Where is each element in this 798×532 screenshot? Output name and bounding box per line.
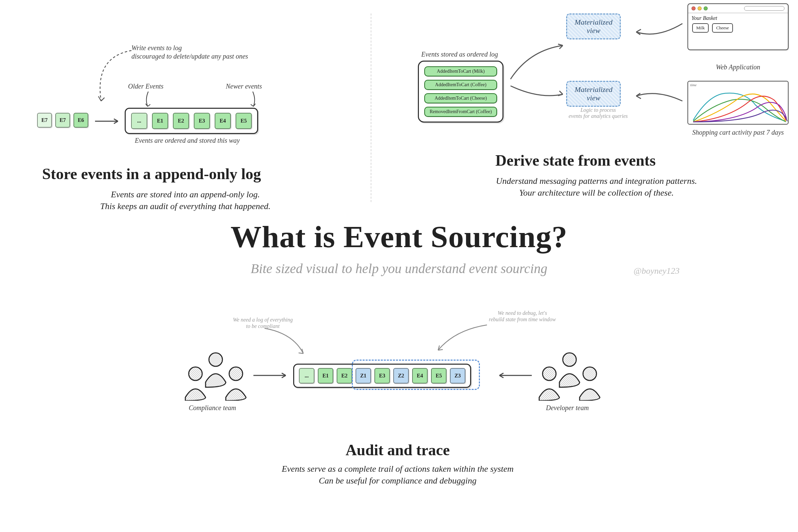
basket-item: Milk [692, 23, 709, 33]
browser-url-bar [744, 6, 784, 11]
svg-point-4 [543, 367, 556, 380]
chart-axis-label: time [690, 83, 696, 87]
line-chart: time [687, 81, 788, 125]
newer-events-label: Newer events [226, 82, 262, 90]
developer-note-line2: rebuild state from time window [472, 316, 573, 323]
event-item: AddedItemToCart (Milk) [424, 66, 497, 76]
section3-desc-line1: Events serve as a complete trail of acti… [229, 463, 566, 475]
events-log-caption: Events stored as ordered log [421, 51, 498, 58]
compliance-label: Compliance team [189, 404, 236, 412]
main-title: What is Event Sourcing? [0, 219, 798, 254]
compliance-note-line1: We need a log of everything [219, 317, 307, 323]
basket-item: Cheese [712, 23, 733, 33]
section2-desc-line1: Understand messaging patterns and integr… [455, 175, 738, 187]
matview-label: Materialized [575, 85, 612, 94]
web-app-label: Web Application [708, 63, 768, 71]
incoming-event: E6 [73, 113, 88, 128]
arrow-older [142, 91, 155, 108]
svg-point-1 [189, 367, 202, 380]
svg-point-3 [563, 353, 576, 366]
svg-point-5 [583, 367, 597, 380]
incoming-event: E7 [55, 113, 70, 128]
section2-desc-line2: Your architecture will be collection of … [455, 187, 738, 199]
svg-point-2 [229, 367, 243, 380]
analytics-note: Logic to process events for analytics qu… [564, 107, 632, 119]
event-item: AddedItemToCart (Coffee) [424, 80, 497, 90]
basket-title: Your Basket [688, 13, 788, 22]
log-event: E2 [337, 368, 352, 383]
materialized-view-basket: Materialized view [566, 14, 621, 39]
line-chart-svg [688, 81, 789, 125]
web-app-window: Your Basket Milk Cheese [687, 3, 788, 50]
arrow-log-to-matview2 [509, 82, 566, 106]
incoming-events: E7 E7 E6 [37, 113, 88, 128]
analytics-note-line1: Logic to process [564, 107, 632, 113]
developer-team [532, 350, 606, 402]
log-event: E1 [318, 368, 333, 383]
arrow-note-to-log [91, 47, 145, 108]
chart-caption: Shopping cart activity past 7 days [677, 129, 798, 136]
section2-title: Derive state from events [495, 152, 656, 169]
log-caption: Events are ordered and stored this way [135, 137, 240, 145]
incoming-event: E7 [37, 113, 52, 128]
materialized-view-analytics: Materialized view [566, 81, 621, 107]
svg-point-0 [209, 353, 222, 366]
section1-desc-line2: This keeps an audit of everything that h… [57, 200, 313, 212]
people-icon [179, 350, 253, 401]
section1-desc-line1: Events are stored into an append-only lo… [57, 189, 313, 200]
compliance-team [179, 350, 253, 402]
event-item: AddedItemToCart (Cheese) [424, 93, 497, 103]
arrow-log-to-matview1 [509, 40, 566, 81]
developer-note-line1: We need to debug, let's [472, 310, 573, 316]
ordered-event-log: AddedItemToCart (Milk) AddedItemToCart (… [418, 61, 504, 122]
log-event: E5 [236, 113, 252, 129]
log-event: ... [131, 113, 147, 129]
window-max-dot [704, 6, 708, 11]
write-note-line2: discouraged to delete/update any past on… [131, 52, 307, 61]
people-icon [532, 350, 606, 401]
twitter-handle: @boyney123 [634, 266, 680, 276]
arrow-browser-to-matview1 [634, 20, 684, 40]
arrow-chart-to-matview2 [634, 88, 684, 108]
window-min-dot [697, 6, 702, 11]
log-event: E4 [215, 113, 231, 129]
section1-title: Store events in a append-only log [42, 165, 261, 183]
analytics-note-line2: events for analytics queries [564, 113, 632, 119]
arrow-developer-to-selection [435, 323, 489, 354]
arrow-developer-team-to-log [495, 369, 532, 382]
window-close-dot [691, 6, 695, 11]
event-item: RemovedItemFromCart (Coffee) [424, 107, 497, 117]
log-event: E1 [152, 113, 168, 129]
log-event: E2 [173, 113, 189, 129]
matview-label2: view [575, 26, 612, 35]
arrow-incoming-to-log [94, 116, 121, 126]
arrow-compliance-to-log [263, 327, 307, 357]
log-event: E3 [194, 113, 210, 129]
matview-label: Materialized [575, 18, 612, 26]
browser-titlebar [688, 4, 788, 13]
section-divider [371, 14, 371, 202]
matview-label2: view [575, 94, 612, 102]
basket-items: Milk Cheese [688, 22, 788, 37]
older-events-label: Older Events [128, 82, 163, 90]
arrow-compliance-team-to-log [253, 369, 290, 382]
append-only-log: ... E1 E2 E3 E4 E5 [125, 108, 258, 134]
section3-title: Audit and trace [152, 441, 643, 459]
debug-time-window [352, 360, 480, 390]
write-note: Write events to log discouraged to delet… [131, 44, 307, 61]
developer-label: Developer team [546, 404, 589, 412]
arrow-newer [246, 91, 259, 108]
developer-note: We need to debug, let's rebuild state fr… [472, 310, 573, 323]
section3-desc-line2: Can be useful for compliance and debuggi… [229, 475, 566, 487]
log-event: ... [299, 368, 314, 383]
write-note-line1: Write events to log [131, 44, 307, 52]
